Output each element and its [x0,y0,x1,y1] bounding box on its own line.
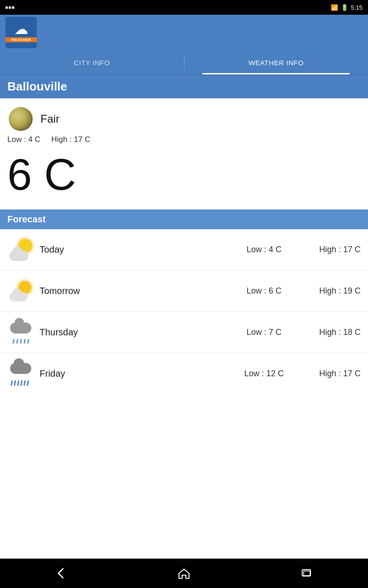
svg-rect-1 [304,571,310,576]
status-bar-left [6,6,14,9]
tabs: CITY INFO WEATHER INFO [0,51,368,75]
forecast-low-today: Low : 4 C [232,245,296,254]
forecast-row-tomorrow: Tomorrow Low : 6 C High : 19 C [0,271,368,312]
forecast-low-tomorrow: Low : 6 C [232,286,296,296]
current-weather: Fair Low : 4 C High : 17 C 6 C [0,98,368,209]
condition-text: Fair [40,113,59,125]
current-condition: Fair [7,106,361,132]
app-header: ☁ WEATHER [0,15,368,51]
forecast-day-friday: Friday [35,368,232,379]
home-button[interactable] [172,564,196,582]
condition-icon [7,106,34,132]
forecast-row-friday: Friday Low : 12 C High : 17 C [0,353,368,394]
forecast-icon-thursday [7,319,35,346]
city-name: Ballouville [7,79,361,94]
forecast-high-tomorrow: High : 19 C [296,286,361,296]
forecast-row-thursday: Thursday Low : 7 C High : 18 C [0,312,368,353]
forecast-day-tomorrow: Tomorrow [35,286,232,296]
temp-range: Low : 4 C High : 17 C [7,135,361,144]
menu-icon [6,6,14,9]
forecast-icon-today [7,236,35,264]
temp-low: Low : 4 C [7,135,40,144]
status-time: 5:15 [351,4,362,11]
forecast-title: Forecast [7,214,361,225]
battery-icon: 🔋 [341,4,348,11]
forecast-header: Forecast [0,209,368,229]
app-logo-label: WEATHER [6,37,37,42]
moon-icon [9,107,33,131]
forecast-day-thursday: Thursday [35,327,232,338]
forecast-high-thursday: High : 18 C [296,328,361,337]
city-bar: Ballouville [0,75,368,98]
app-logo: ☁ WEATHER [6,17,37,48]
app-logo-icon: ☁ [15,23,28,36]
forecast-icon-friday [7,360,35,388]
forecast-row-today: Today Low : 4 C High : 17 C [0,229,368,271]
bottom-nav [0,559,368,588]
forecast-low-thursday: Low : 7 C [232,328,296,337]
recents-button[interactable] [295,564,318,582]
back-button[interactable] [50,564,73,582]
tab-weather-info[interactable]: WEATHER INFO [184,51,368,74]
forecast-day-today: Today [35,244,232,255]
forecast-high-friday: High : 17 C [296,369,361,379]
forecast-low-friday: Low : 12 C [232,369,296,379]
wifi-icon: 📶 [331,4,338,11]
temp-high: High : 17 C [51,135,90,144]
current-temperature: 6 C [7,148,361,206]
status-bar: 📶 🔋 5:15 [0,0,368,15]
tab-city-info[interactable]: CITY INFO [0,51,184,74]
forecast-high-today: High : 17 C [296,245,361,254]
forecast-list: Today Low : 4 C High : 17 C Tomorrow Low… [0,229,368,394]
status-bar-right: 📶 🔋 5:15 [331,4,362,11]
forecast-icon-tomorrow [7,277,35,305]
